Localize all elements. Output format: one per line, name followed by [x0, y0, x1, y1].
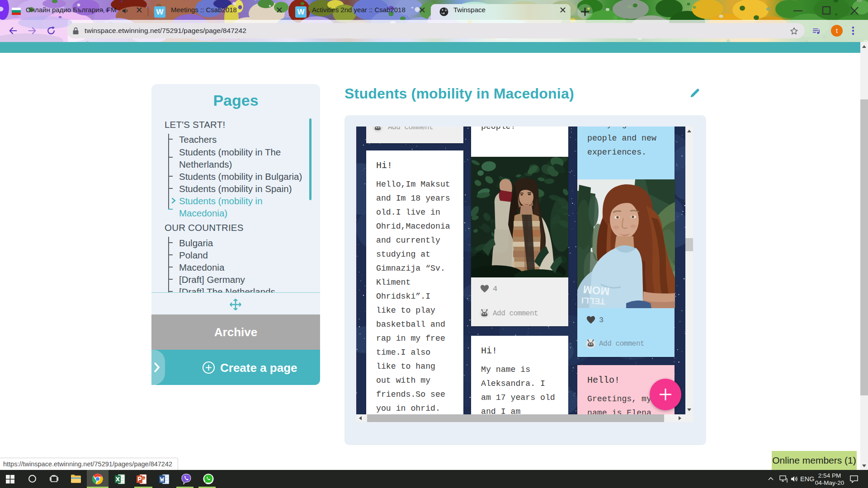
svg-text:TELLI: TELLI: [581, 296, 605, 306]
svg-text:MOM: MOM: [583, 283, 610, 298]
